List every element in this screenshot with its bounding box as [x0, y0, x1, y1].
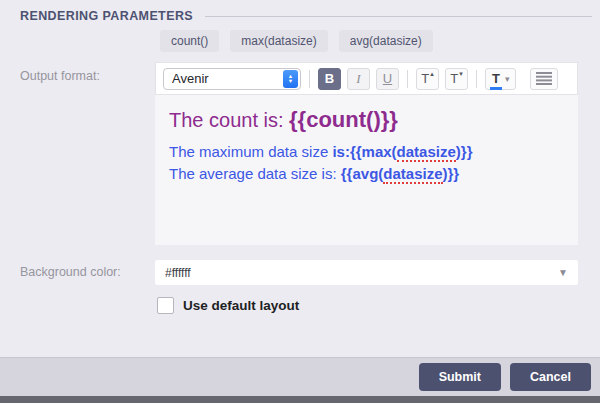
header-divider [205, 16, 592, 17]
text-color-button[interactable]: T ▾ [485, 68, 516, 90]
alignment-button[interactable] [530, 68, 558, 90]
count-token: {{count()}} [289, 107, 398, 132]
toolbar-separator [407, 70, 408, 88]
italic-button[interactable]: I [347, 68, 370, 90]
text-color-icon: T [492, 71, 500, 86]
section-header: RENDERING PARAMETERS [20, 9, 592, 23]
select-stepper-icon: ▲ ▼ [283, 70, 298, 88]
token-chip-row: count() max(datasize) avg(datasize) [160, 30, 433, 52]
use-default-layout-label: Use default layout [183, 298, 299, 313]
chip-avg-datasize[interactable]: avg(datasize) [339, 30, 433, 52]
footer-bar: Submit Cancel [0, 357, 600, 396]
editor-content-area[interactable]: The count is: {{count()}} The maximum da… [155, 95, 578, 245]
font-size-decrease-button[interactable]: T ▾ [445, 68, 468, 90]
toolbar-separator [476, 70, 477, 88]
background-color-select[interactable]: #ffffff ▼ [155, 260, 578, 285]
use-default-layout-checkbox[interactable] [157, 297, 174, 314]
font-size-up-icon: T [421, 71, 429, 86]
font-size-down-icon: T [450, 71, 458, 86]
submit-button[interactable]: Submit [419, 363, 501, 391]
chip-max-datasize[interactable]: max(datasize) [230, 30, 327, 52]
spellcheck-underlined-word: datasize [383, 165, 442, 184]
rich-text-editor: Avenir ▲ ▼ B I U T ▴ T [155, 62, 578, 245]
chevron-down-icon: ▼ [558, 267, 568, 278]
editor-line-count: The count is: {{count()}} [169, 107, 564, 133]
default-layout-row: Use default layout [157, 297, 299, 314]
justify-icon [536, 72, 552, 85]
background-color-value: #ffffff [165, 266, 191, 280]
editor-line-avg: The average data size is: {{avg(datasize… [169, 163, 564, 185]
editor-line-max: The maximum data size is:{{max(datasize)… [169, 141, 564, 163]
underline-icon: U [383, 71, 392, 86]
rendering-parameters-panel: RENDERING PARAMETERS count() max(datasiz… [0, 0, 600, 403]
font-size-increase-button[interactable]: T ▴ [416, 68, 439, 90]
font-family-value: Avenir [172, 71, 209, 86]
bold-icon: B [325, 71, 334, 86]
editor-toolbar: Avenir ▲ ▼ B I U T ▴ T [155, 62, 578, 95]
window-bottom-edge [0, 396, 600, 403]
output-format-label: Output format: [20, 69, 100, 83]
cancel-button[interactable]: Cancel [510, 363, 591, 391]
underline-button[interactable]: U [376, 68, 399, 90]
italic-icon: I [356, 71, 360, 87]
toolbar-separator [309, 70, 310, 88]
bold-button[interactable]: B [318, 68, 341, 90]
font-family-select[interactable]: Avenir ▲ ▼ [163, 68, 301, 90]
background-color-label: Background color: [20, 265, 121, 279]
spellcheck-underlined-word: datasize [397, 143, 456, 162]
page-title: RENDERING PARAMETERS [20, 9, 193, 23]
chip-count[interactable]: count() [160, 30, 219, 52]
chevron-down-icon: ▾ [505, 74, 510, 84]
